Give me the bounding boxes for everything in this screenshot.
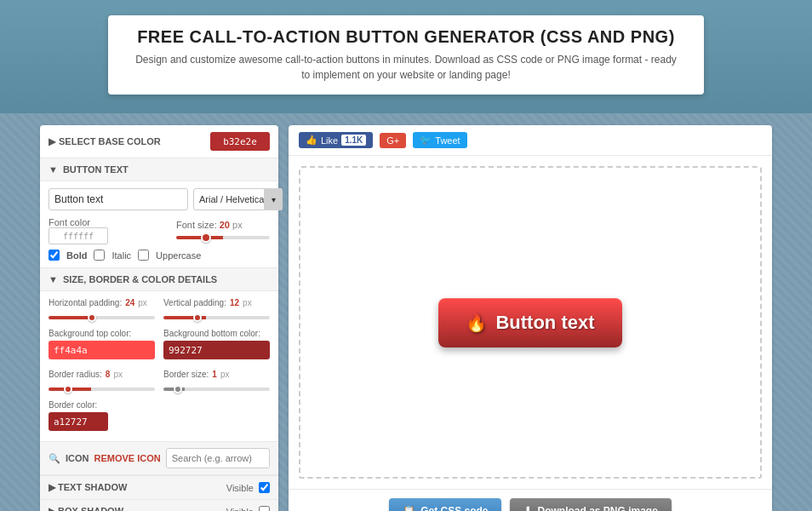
text-shadow-header[interactable]: ▶ TEXT SHADOW Visible bbox=[40, 476, 278, 499]
download-icon: ⬇ bbox=[523, 505, 532, 511]
tweet-button[interactable]: 🐦 Tweet bbox=[413, 132, 466, 148]
size-border-header: ▼ SIZE, BORDER & COLOR DETAILS bbox=[40, 268, 278, 291]
font-color-row: Font color ffffff Font size: 20 px bbox=[49, 217, 270, 244]
base-color-row: ▶ SELECT BASE COLOR b32e2e bbox=[40, 125, 278, 158]
bg-bottom-swatch[interactable]: 992727 bbox=[163, 341, 270, 359]
italic-checkbox[interactable] bbox=[94, 250, 105, 261]
header-inner: FREE CALL-TO-ACTION BUTTON GENERATOR (CS… bbox=[108, 15, 704, 95]
left-panel: ▶ SELECT BASE COLOR b32e2e ▼ BUTTON TEXT… bbox=[40, 125, 278, 511]
page-subtitle: Design and customize awesome call-to-act… bbox=[132, 52, 680, 83]
download-png-button[interactable]: ⬇ Download as PNG image bbox=[510, 498, 671, 511]
action-bar: 📋 Get CSS code ⬇ Download as PNG image bbox=[289, 489, 772, 511]
search-icon: 🔍 bbox=[49, 453, 60, 464]
thumbs-up-icon: 👍 bbox=[306, 135, 317, 146]
button-text-body: Arial / Helvetica Georgia Verdana ▾ Font… bbox=[40, 181, 278, 267]
gplus-button[interactable]: G+ bbox=[380, 133, 406, 148]
font-color-swatch[interactable]: ffffff bbox=[49, 227, 108, 244]
button-text-section: ▼ BUTTON TEXT Arial / Helvetica Georgia … bbox=[40, 158, 278, 268]
right-panel: 👍 Like 1.1K G+ 🐦 Tweet 🔥 Button text 📋 G… bbox=[289, 125, 772, 511]
twitter-icon: 🐦 bbox=[420, 135, 432, 146]
page-title: FREE CALL-TO-ACTION BUTTON GENERATOR (CS… bbox=[132, 27, 680, 47]
icon-search-wrapper: 🔍 bbox=[166, 448, 270, 468]
v-padding-slider[interactable] bbox=[163, 316, 270, 319]
like-button[interactable]: 👍 Like 1.1K bbox=[299, 132, 373, 148]
icon-section: 🔍 ICON remove icon 🔍 bbox=[40, 442, 278, 476]
font-color-label: Font color bbox=[49, 217, 108, 227]
main-content: ▶ SELECT BASE COLOR b32e2e ▼ BUTTON TEXT… bbox=[40, 113, 772, 511]
chevron-right-icon-3: ▶ bbox=[49, 506, 55, 511]
bg-top-swatch[interactable]: ff4a4a bbox=[49, 341, 155, 359]
font-family-select[interactable]: Arial / Helvetica Georgia Verdana bbox=[193, 188, 283, 210]
uppercase-checkbox[interactable] bbox=[138, 250, 149, 261]
border-radius-slider[interactable] bbox=[49, 388, 155, 391]
bg-bottom-col: Background bottom color: 992727 bbox=[163, 329, 270, 363]
font-size-label: Font size: 20 px bbox=[176, 220, 270, 230]
bg-color-row: Background top color: ff4a4a Background … bbox=[49, 329, 270, 363]
size-border-section: ▼ SIZE, BORDER & COLOR DETAILS Horizonta… bbox=[40, 268, 278, 442]
css-icon: 📋 bbox=[403, 505, 415, 511]
font-select-wrapper: Arial / Helvetica Georgia Verdana ▾ bbox=[193, 188, 283, 210]
preview-button[interactable]: 🔥 Button text bbox=[438, 298, 621, 347]
font-size-slider[interactable] bbox=[176, 236, 270, 239]
chevron-down-icon-2: ▼ bbox=[49, 274, 58, 284]
box-shadow-checkbox[interactable] bbox=[259, 506, 270, 511]
btn-text-input-row: Arial / Helvetica Georgia Verdana ▾ bbox=[49, 188, 270, 210]
border-color-swatch[interactable]: a12727 bbox=[49, 412, 108, 431]
h-padding-col: Horizontal padding: 24 px bbox=[49, 298, 155, 322]
button-icon: 🔥 bbox=[466, 313, 487, 333]
text-shadow-section: ▶ TEXT SHADOW Visible bbox=[40, 476, 278, 500]
social-bar: 👍 Like 1.1K G+ 🐦 Tweet bbox=[289, 125, 772, 156]
padding-row: Horizontal padding: 24 px Vertical paddi… bbox=[49, 298, 270, 322]
size-border-body: Horizontal padding: 24 px Vertical paddi… bbox=[40, 291, 278, 441]
get-css-button[interactable]: 📋 Get CSS code bbox=[389, 498, 501, 511]
border-size-col: Border size: 1 px bbox=[163, 370, 270, 393]
h-padding-slider[interactable] bbox=[49, 316, 155, 319]
base-color-label: ▶ SELECT BASE COLOR bbox=[49, 136, 161, 147]
chevron-right-icon: ▶ bbox=[49, 136, 55, 147]
header-bar: FREE CALL-TO-ACTION BUTTON GENERATOR (CS… bbox=[0, 0, 812, 113]
border-radius-col: Border radius: 8 px bbox=[49, 370, 155, 393]
button-text-header: ▼ BUTTON TEXT bbox=[40, 158, 278, 181]
text-style-row: Bold Italic Uppercase bbox=[49, 250, 270, 261]
base-color-swatch[interactable]: b32e2e bbox=[210, 132, 270, 151]
box-shadow-header[interactable]: ▶ BOX SHADOW Visible bbox=[40, 500, 278, 511]
bg-top-col: Background top color: ff4a4a bbox=[49, 329, 155, 363]
icon-search-input[interactable] bbox=[167, 449, 270, 468]
button-text-input[interactable] bbox=[49, 188, 188, 210]
border-row: Border radius: 8 px Border size: 1 px bbox=[49, 370, 270, 393]
preview-area: 🔥 Button text bbox=[299, 166, 762, 479]
remove-icon-link[interactable]: remove icon bbox=[94, 453, 161, 463]
chevron-down-icon: ▼ bbox=[49, 164, 58, 175]
chevron-right-icon-2: ▶ bbox=[49, 482, 55, 492]
bold-checkbox[interactable] bbox=[49, 250, 60, 261]
v-padding-col: Vertical padding: 12 px bbox=[163, 298, 270, 322]
border-size-slider[interactable] bbox=[163, 388, 270, 391]
icon-header: 🔍 ICON remove icon 🔍 bbox=[40, 442, 278, 475]
box-shadow-section: ▶ BOX SHADOW Visible bbox=[40, 500, 278, 511]
border-color-label: Border color: bbox=[49, 400, 270, 410]
text-shadow-checkbox[interactable] bbox=[259, 482, 270, 493]
